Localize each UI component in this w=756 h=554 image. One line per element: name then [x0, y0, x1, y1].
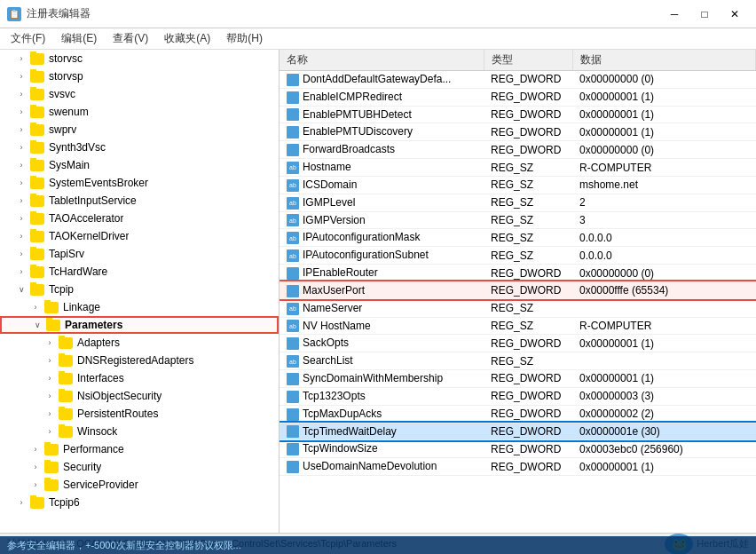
tree-expander[interactable]: › [28, 478, 43, 492]
tree-item[interactable]: ›TAOKernelDriver [0, 227, 279, 245]
registry-data-cell: 0x00000000 (0) [572, 71, 756, 89]
dword-icon [287, 391, 299, 403]
tree-expander[interactable]: › [14, 194, 28, 208]
tree-item[interactable]: ›TcHardWare [0, 263, 279, 281]
registry-row[interactable]: TcpMaxDupAcksREG_DWORD0x00000002 (2) [280, 405, 756, 423]
tree-expander[interactable]: ∨ [30, 318, 44, 332]
tree-item[interactable]: ›storvsc [0, 50, 279, 67]
registry-name-cell: SyncDomainWithMembership [280, 370, 484, 388]
tree-expander[interactable]: › [14, 176, 28, 190]
tree-expander[interactable]: › [43, 353, 57, 368]
registry-row[interactable]: MaxUserPortREG_DWORD0x0000fffe (65534) [280, 281, 756, 299]
tree-expander[interactable]: › [14, 495, 28, 510]
registry-row[interactable]: abIPAutoconfigurationMaskREG_SZ0.0.0.0 [280, 229, 756, 247]
registry-row[interactable]: IPEnableRouterREG_DWORD0x00000000 (0) [280, 265, 756, 282]
tree-expander[interactable]: › [28, 442, 43, 456]
tree-item[interactable]: ›swenum [0, 103, 279, 121]
registry-row[interactable]: abHostnameREG_SZR-COMPUTER [280, 159, 756, 177]
tree-expander[interactable]: › [14, 123, 28, 137]
menu-view[interactable]: 查看(V) [106, 29, 155, 48]
tree-item[interactable]: ›Performance [0, 440, 279, 458]
menu-file[interactable]: 文件(F) [4, 29, 52, 48]
tree-expander[interactable]: › [14, 265, 28, 279]
registry-row[interactable]: EnablePMTUBHDetectREG_DWORD0x00000001 (1… [280, 106, 756, 123]
tree-item[interactable]: ›TAOAccelerator [0, 210, 279, 227]
tree-item[interactable]: ›swprv [0, 121, 279, 138]
tree-item[interactable]: ∨Tcpip [0, 281, 279, 298]
tree-item[interactable]: ∨Parameters [0, 316, 279, 334]
registry-row[interactable]: EnableICMPRedirectREG_DWORD0x00000001 (1… [280, 88, 756, 106]
tree-expander[interactable]: › [43, 336, 57, 350]
registry-row[interactable]: UseDomainNameDevolutionREG_DWORD0x000000… [280, 458, 756, 476]
registry-row[interactable]: abIPAutoconfigurationSubnetREG_SZ0.0.0.0 [280, 247, 756, 265]
minimize-button[interactable]: ─ [660, 4, 689, 25]
close-button[interactable]: ✕ [721, 4, 749, 25]
tree-item[interactable]: ›Linkage [0, 298, 279, 316]
tree-expander[interactable]: › [43, 389, 57, 403]
tree-expander[interactable]: › [14, 158, 28, 172]
tree-item[interactable]: ›PersistentRoutes [0, 405, 279, 423]
title-bar: 📋 注册表编辑器 ─ □ ✕ [0, 0, 756, 28]
registry-row[interactable]: abSearchListREG_SZ [280, 352, 756, 370]
tree-expander[interactable]: › [14, 87, 28, 101]
tree-expander[interactable]: › [14, 51, 28, 66]
registry-type-cell: REG_SZ [484, 299, 572, 317]
maximize-button[interactable]: □ [690, 4, 719, 25]
dword-icon [287, 126, 299, 138]
registry-row[interactable]: DontAddDefaultGatewayDefa...REG_DWORD0x0… [280, 71, 756, 89]
registry-name-cell: EnablePMTUDiscovery [280, 123, 484, 141]
values-panel[interactable]: 名称 类型 数据 DontAddDefaultGatewayDefa...REG… [280, 50, 756, 533]
tree-expander[interactable]: › [14, 69, 28, 83]
tree-expander[interactable]: › [14, 247, 28, 261]
tree-item[interactable]: ›Tcpip6 [0, 494, 279, 511]
registry-type-cell: REG_DWORD [484, 335, 572, 352]
tree-expander[interactable]: › [43, 371, 57, 385]
tree-item[interactable]: ›SystemEventsBroker [0, 174, 279, 192]
tree-expander[interactable]: › [43, 424, 57, 439]
dword-icon [287, 408, 299, 421]
tree-expander[interactable]: › [28, 300, 43, 314]
tree-expander[interactable]: ∨ [14, 282, 28, 297]
tree-item[interactable]: ›Interfaces [0, 369, 279, 387]
registry-name-cell: abHostname [280, 159, 484, 177]
tree-item[interactable]: ›Security [0, 458, 279, 476]
registry-data-cell: 0x00000001 (1) [572, 335, 756, 352]
tree-item[interactable]: ›storvsp [0, 67, 279, 85]
menu-edit[interactable]: 编辑(E) [54, 29, 104, 48]
tree-expander[interactable]: › [14, 211, 28, 226]
registry-row[interactable]: abNameServerREG_SZ [280, 299, 756, 317]
registry-row[interactable]: abICSDomainREG_SZmshome.net [280, 176, 756, 194]
registry-row[interactable]: EnablePMTUDiscoveryREG_DWORD0x00000001 (… [280, 123, 756, 141]
registry-row[interactable]: SackOptsREG_DWORD0x00000001 (1) [280, 335, 756, 352]
registry-row[interactable]: abNV HostNameREG_SZR-COMPUTER [280, 317, 756, 335]
tree-item[interactable]: ›NsiObjectSecurity [0, 387, 279, 405]
tree-panel[interactable]: ›storvsc›storvsp›svsvc›swenum›swprv›Synt… [0, 50, 280, 533]
tree-item[interactable]: ›TabletInputService [0, 192, 279, 210]
registry-name-cell: IPEnableRouter [280, 265, 484, 282]
registry-row[interactable]: TcpTimedWaitDelayREG_DWORD0x0000001e (30… [280, 423, 756, 440]
tree-item[interactable]: ›TapiSrv [0, 245, 279, 263]
menu-favorites[interactable]: 收藏夹(A) [157, 29, 217, 48]
tree-item[interactable]: ›ServiceProvider [0, 476, 279, 494]
registry-row[interactable]: Tcp1323OptsREG_DWORD0x00000003 (3) [280, 387, 756, 405]
registry-data-cell: 0x00000001 (1) [572, 123, 756, 141]
registry-row[interactable]: abIGMPLevelREG_SZ2 [280, 194, 756, 211]
registry-row[interactable]: SyncDomainWithMembershipREG_DWORD0x00000… [280, 370, 756, 388]
tree-item[interactable]: ›SysMain [0, 156, 279, 174]
tree-item[interactable]: ›DNSRegisteredAdapters [0, 352, 279, 369]
tree-item[interactable]: ›svsvc [0, 85, 279, 103]
folder-icon [59, 426, 73, 438]
registry-row[interactable]: abIGMPVersionREG_SZ3 [280, 211, 756, 229]
tree-item[interactable]: ›Winsock [0, 423, 279, 440]
tree-expander[interactable]: › [14, 229, 28, 243]
tree-expander[interactable]: › [14, 140, 28, 154]
folder-icon [30, 160, 44, 171]
tree-expander[interactable]: › [28, 460, 43, 474]
tree-expander[interactable]: › [14, 105, 28, 119]
tree-expander[interactable]: › [43, 407, 57, 421]
tree-item[interactable]: ›Adapters [0, 334, 279, 352]
registry-row[interactable]: ForwardBroadcastsREG_DWORD0x00000000 (0) [280, 141, 756, 159]
registry-row[interactable]: TcpWindowSizeREG_DWORD0x0003ebc0 (256960… [280, 440, 756, 458]
menu-help[interactable]: 帮助(H) [219, 29, 270, 48]
tree-item[interactable]: ›Synth3dVsc [0, 138, 279, 156]
